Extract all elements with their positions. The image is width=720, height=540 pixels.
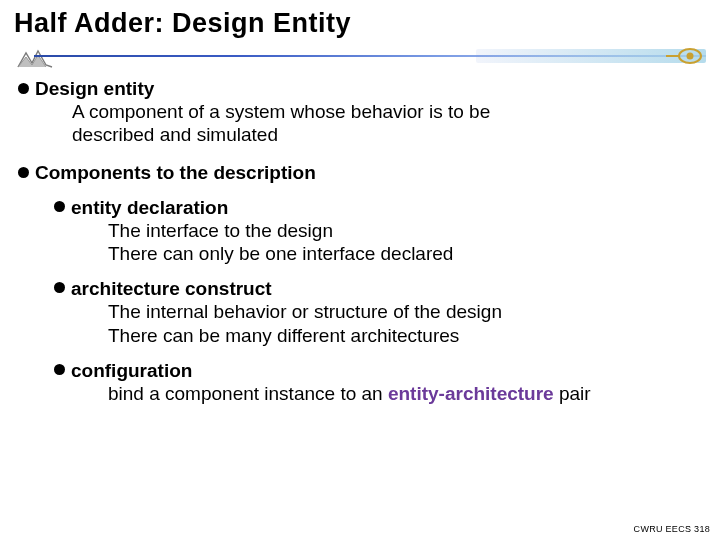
footer-text: CWRU EECS 318: [634, 524, 710, 534]
body-text: The interface to the design: [54, 219, 706, 242]
bullet-dot-icon: [54, 201, 65, 212]
bullet-configuration: configuration bind a component instance …: [54, 359, 706, 405]
svg-point-1: [687, 53, 694, 60]
heading-entity-declaration: entity declaration: [71, 196, 228, 219]
bullet-architecture-construct: architecture construct The internal beha…: [54, 277, 706, 347]
body-text: There can be many different architecture…: [54, 324, 706, 347]
heading-architecture-construct: architecture construct: [71, 277, 272, 300]
slide-title: Half Adder: Design Entity: [14, 8, 706, 39]
emphasis-entity-architecture: entity-architecture: [388, 383, 554, 404]
body-text: A component of a system whose behavior i…: [18, 100, 706, 123]
body-text: described and simulated: [18, 123, 706, 146]
body-text: bind a component instance to an entity-a…: [54, 382, 706, 405]
heading-configuration: configuration: [71, 359, 192, 382]
title-divider: [14, 45, 706, 75]
heading-components: Components to the description: [35, 161, 316, 184]
bullet-components: Components to the description: [18, 161, 706, 184]
bullet-entity-declaration: entity declaration The interface to the …: [54, 196, 706, 266]
bullet-design-entity: Design entity A component of a system wh…: [18, 77, 706, 147]
heading-design-entity: Design entity: [35, 77, 154, 100]
bullet-dot-icon: [54, 282, 65, 293]
text-fragment: pair: [554, 383, 591, 404]
bullet-dot-icon: [18, 167, 29, 178]
bullet-dot-icon: [18, 83, 29, 94]
cwru-logo-icon: [14, 45, 56, 73]
body-text: The internal behavior or structure of th…: [54, 300, 706, 323]
bullet-dot-icon: [54, 364, 65, 375]
eye-icon: [666, 47, 702, 65]
body-text: There can only be one interface declared: [54, 242, 706, 265]
text-fragment: bind a component instance to an: [108, 383, 388, 404]
